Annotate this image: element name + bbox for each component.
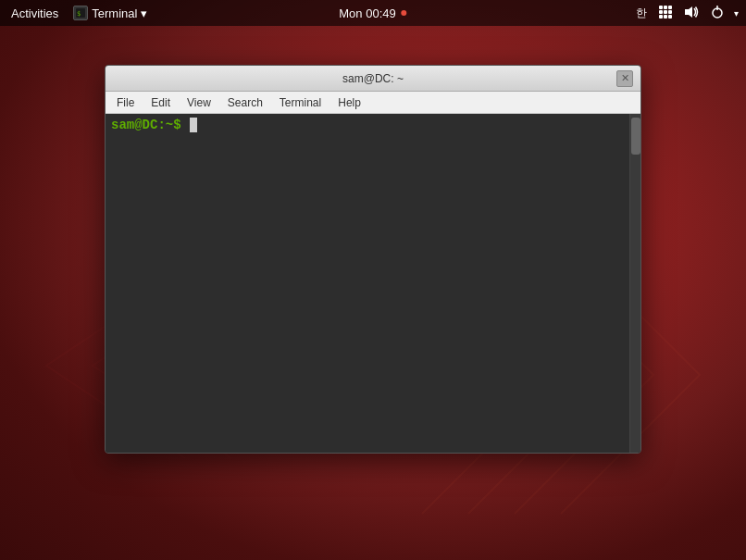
menu-view[interactable]: View [180, 94, 218, 111]
svg-rect-3 [664, 6, 667, 9]
menu-help[interactable]: Help [330, 94, 368, 111]
topbar-right: 한 [634, 3, 739, 24]
svg-rect-4 [668, 6, 672, 9]
prompt-space [181, 118, 189, 132]
power-icon[interactable] [708, 3, 727, 24]
svg-rect-6 [664, 10, 667, 14]
network-icon[interactable] [656, 3, 675, 24]
menu-edit[interactable]: Edit [143, 94, 178, 111]
terminal-app-icon: $ [73, 6, 88, 20]
terminal-window: sam@DC: ~ ✕ File Edit View Search Termin… [105, 65, 641, 454]
svg-rect-5 [659, 10, 663, 14]
prompt-user-text: sam@DC:~$ [111, 118, 181, 132]
scrollbar-thumb[interactable] [631, 118, 640, 155]
app-menu[interactable]: $ Terminal ▾ [73, 6, 147, 20]
command-prompt: sam@DC:~$ [111, 118, 624, 132]
app-label: Terminal [92, 6, 137, 20]
menu-terminal[interactable]: Terminal [272, 94, 329, 111]
cursor [190, 118, 197, 132]
terminal-text-area[interactable]: sam@DC:~$ [106, 114, 629, 453]
clock-text: Mon 00:49 [339, 6, 395, 20]
svg-text:$: $ [77, 10, 81, 18]
menu-search[interactable]: Search [220, 94, 270, 111]
svg-rect-9 [664, 15, 667, 19]
svg-rect-2 [659, 6, 663, 9]
power-dropdown-icon[interactable]: ▾ [734, 8, 739, 19]
window-title: sam@DC: ~ [342, 72, 404, 85]
topbar: Activities $ Terminal ▾ Mon 00:49 한 [0, 0, 746, 26]
keyboard-indicator[interactable]: 한 [634, 4, 649, 23]
topbar-center: Mon 00:49 [339, 6, 406, 20]
activities-button[interactable]: Activities [7, 5, 62, 22]
recording-indicator [402, 10, 407, 16]
menu-file[interactable]: File [109, 94, 142, 111]
scrollbar[interactable] [629, 114, 640, 453]
svg-rect-8 [659, 15, 663, 19]
volume-icon[interactable] [682, 4, 701, 23]
close-button[interactable]: ✕ [616, 70, 633, 87]
svg-rect-10 [668, 15, 672, 19]
menu-bar: File Edit View Search Terminal Help [106, 92, 640, 114]
topbar-left: Activities $ Terminal ▾ [7, 5, 147, 22]
app-dropdown-icon[interactable]: ▾ [141, 6, 147, 20]
svg-marker-11 [685, 6, 692, 18]
svg-rect-7 [668, 10, 672, 14]
title-bar: sam@DC: ~ ✕ [106, 66, 640, 92]
terminal-content[interactable]: sam@DC:~$ [106, 114, 640, 453]
